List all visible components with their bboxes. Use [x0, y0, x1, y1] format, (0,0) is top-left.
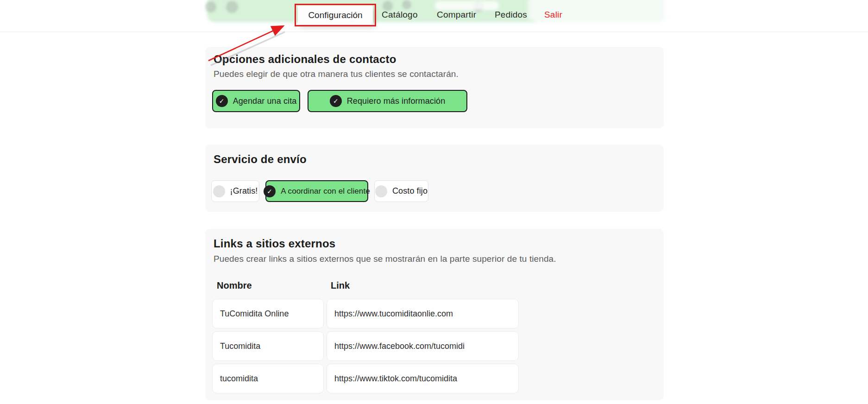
check-circle-icon: ✓ [216, 95, 228, 107]
link-url-input[interactable] [327, 299, 519, 328]
option-label: ¡Gratis! [230, 186, 258, 196]
toggle-agendar-cita[interactable]: ✓ Agendar una cita [212, 90, 300, 112]
nav-item-pedidos[interactable]: Pedidos [495, 10, 527, 20]
option-costo-fijo[interactable]: Costo fijo [374, 180, 428, 202]
link-url-input[interactable] [327, 364, 519, 393]
section-shipping-service: Servicio de envío ¡Gratis! ✓ A coordinar… [205, 145, 664, 212]
option-gratis[interactable]: ¡Gratis! [211, 180, 259, 202]
option-coordinar-cliente[interactable]: ✓ A coordinar con el cliente [265, 180, 368, 202]
table-row [212, 364, 655, 393]
link-name-input[interactable] [212, 364, 324, 393]
toggle-label: Requiero más información [347, 96, 446, 106]
column-header-nombre: Nombre [212, 280, 327, 291]
check-circle-icon: ✓ [330, 95, 342, 107]
section-subtitle: Puedes elegir de que otra manera tus cli… [214, 69, 655, 79]
toggle-label: Agendar una cita [233, 96, 297, 106]
toggle-requiero-informacion[interactable]: ✓ Requiero más información [308, 90, 467, 112]
option-label: Costo fijo [392, 186, 428, 196]
shipping-options-row: ¡Gratis! ✓ A coordinar con el cliente Co… [211, 180, 655, 202]
link-name-input[interactable] [212, 331, 324, 361]
column-header-link: Link [327, 280, 350, 291]
top-navbar: Catálogo Compartir Pedidos Salir [0, 0, 868, 32]
section-external-links: Links a sitios externos Puedes crear lin… [205, 229, 664, 400]
option-label: A coordinar con el cliente [281, 187, 370, 196]
nav-item-label: Configuración [308, 10, 362, 20]
section-title: Opciones adicionales de contacto [214, 47, 655, 66]
links-table-body [212, 299, 655, 393]
links-table-header: Nombre Link [212, 280, 655, 291]
nav-item-compartir[interactable]: Compartir [437, 10, 476, 20]
link-name-input[interactable] [212, 299, 324, 328]
check-circle-icon: ✓ [264, 185, 276, 197]
section-title: Links a sitios externos [214, 229, 655, 250]
table-row [212, 299, 655, 328]
contact-options-row: ✓ Agendar una cita ✓ Requiero más inform… [212, 90, 655, 112]
section-contact-options: Opciones adicionales de contacto Puedes … [205, 47, 664, 128]
radio-circle-icon [375, 185, 387, 197]
table-row [212, 331, 655, 361]
radio-circle-icon [213, 185, 225, 197]
settings-page: Catálogo Compartir Pedidos Salir Configu… [0, 0, 868, 404]
nav-item-configuracion-active-tab[interactable]: Configuración [298, 6, 373, 25]
section-subtitle: Puedes crear links a sitios externos que… [214, 254, 655, 264]
nav-item-catalogo[interactable]: Catálogo [382, 10, 418, 20]
section-title: Servicio de envío [214, 145, 655, 166]
nav-item-salir[interactable]: Salir [544, 10, 562, 20]
link-url-input[interactable] [327, 331, 519, 361]
